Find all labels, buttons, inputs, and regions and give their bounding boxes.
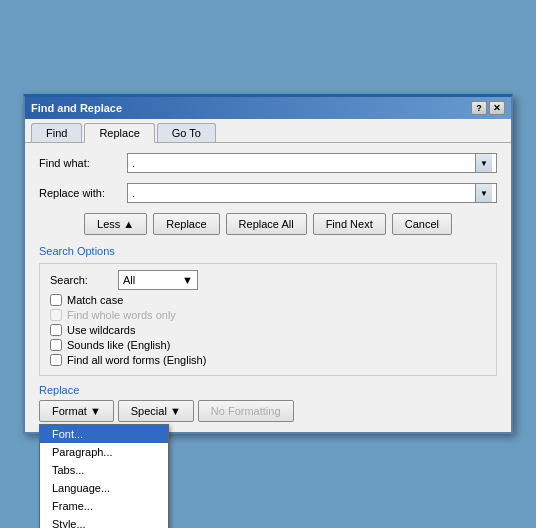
wildcards-checkbox[interactable]: [50, 324, 62, 336]
whole-words-checkbox[interactable]: [50, 309, 62, 321]
title-bar-controls: ? ✕: [471, 101, 505, 115]
find-what-row: Find what: . ▼: [39, 153, 497, 173]
tab-find[interactable]: Find: [31, 123, 82, 142]
search-label: Search:: [50, 274, 110, 286]
search-row: Search: All ▼: [50, 270, 486, 290]
whole-words-row: Find whole words only: [50, 309, 486, 321]
special-button-label: Special ▼: [131, 405, 181, 417]
replace-with-label: Replace with:: [39, 187, 119, 199]
find-what-value: .: [132, 157, 475, 169]
sounds-like-label: Sounds like (English): [67, 339, 170, 351]
replace-with-arrow[interactable]: ▼: [475, 184, 492, 202]
no-formatting-label: No Formatting: [211, 405, 281, 417]
format-row: Format - Format ▼ Special ▼ No Formattin…: [39, 400, 497, 422]
help-button[interactable]: ?: [471, 101, 487, 115]
search-combo-arrow[interactable]: ▼: [182, 274, 193, 286]
wildcards-label: Use wildcards: [67, 324, 135, 336]
format-menu-style[interactable]: Style...: [40, 515, 168, 528]
tab-replace[interactable]: Replace: [84, 123, 154, 143]
sounds-like-row: Sounds like (English): [50, 339, 486, 351]
match-case-row: Match case: [50, 294, 486, 306]
format-menu-paragraph[interactable]: Paragraph...: [40, 443, 168, 461]
format-button[interactable]: Format ▼: [39, 400, 114, 422]
word-forms-label: Find all word forms (English): [67, 354, 206, 366]
replace-with-combo[interactable]: . ▼: [127, 183, 497, 203]
cancel-button[interactable]: Cancel: [392, 213, 452, 235]
tab-goto[interactable]: Go To: [157, 123, 216, 142]
less-button[interactable]: Less ▲: [84, 213, 147, 235]
find-next-button[interactable]: Find Next: [313, 213, 386, 235]
wildcards-row: Use wildcards: [50, 324, 486, 336]
search-combo[interactable]: All ▼: [118, 270, 198, 290]
match-case-label: Match case: [67, 294, 123, 306]
format-dropdown-menu: Font... Paragraph... Tabs... Language...…: [39, 424, 169, 528]
match-case-checkbox[interactable]: [50, 294, 62, 306]
replace-with-value: .: [132, 187, 475, 199]
tab-bar: Find Replace Go To: [25, 119, 511, 143]
title-bar-left: Find and Replace: [31, 102, 122, 114]
search-options-title: Search Options: [39, 245, 497, 257]
main-button-row: Less ▲ Replace Replace All Find Next Can…: [39, 213, 497, 235]
dialog-body: Find what: . ▼ Replace with: . ▼ Less ▲ …: [25, 143, 511, 432]
no-formatting-button[interactable]: No Formatting: [198, 400, 294, 422]
format-button-label: Format ▼: [52, 405, 101, 417]
search-options-box: Search: All ▼ Match case Find whole word…: [39, 263, 497, 376]
sounds-like-checkbox[interactable]: [50, 339, 62, 351]
search-value: All: [123, 274, 182, 286]
word-forms-row: Find all word forms (English): [50, 354, 486, 366]
whole-words-label: Find whole words only: [67, 309, 176, 321]
close-button[interactable]: ✕: [489, 101, 505, 115]
replace-section-label: Replace: [39, 384, 497, 396]
replace-button[interactable]: Replace: [153, 213, 219, 235]
format-menu-font[interactable]: Font...: [40, 425, 168, 443]
format-menu-frame[interactable]: Frame...: [40, 497, 168, 515]
find-what-combo[interactable]: . ▼: [127, 153, 497, 173]
replace-section: Replace Format - Format ▼ Special ▼ No F…: [39, 384, 497, 422]
replace-with-row: Replace with: . ▼: [39, 183, 497, 203]
word-forms-checkbox[interactable]: [50, 354, 62, 366]
format-menu-language[interactable]: Language...: [40, 479, 168, 497]
format-menu-tabs[interactable]: Tabs...: [40, 461, 168, 479]
replace-all-button[interactable]: Replace All: [226, 213, 307, 235]
find-what-arrow[interactable]: ▼: [475, 154, 492, 172]
find-what-label: Find what:: [39, 157, 119, 169]
dialog-title: Find and Replace: [31, 102, 122, 114]
special-button[interactable]: Special ▼: [118, 400, 194, 422]
find-replace-dialog: Find and Replace ? ✕ Find Replace Go To …: [23, 94, 513, 434]
title-bar: Find and Replace ? ✕: [25, 97, 511, 119]
